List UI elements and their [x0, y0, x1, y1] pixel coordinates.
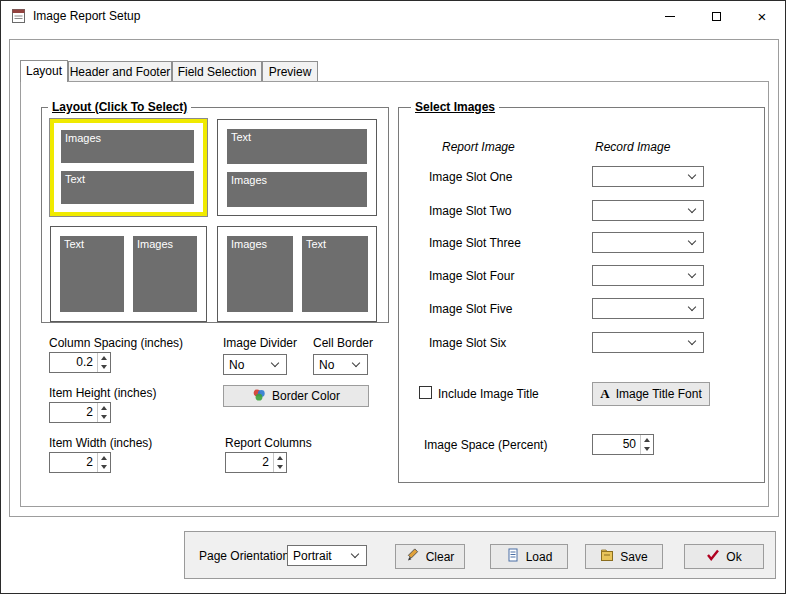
- layout-block-label: Images: [61, 130, 194, 163]
- font-icon: A: [600, 386, 609, 402]
- image-slot-six-label: Image Slot Six: [429, 336, 506, 350]
- layout-block-label: Text: [60, 236, 124, 312]
- layout-group-title: Layout (Click To Select): [48, 100, 191, 114]
- tab-layout-label: Layout: [26, 64, 62, 78]
- image-slot-three-label: Image Slot Three: [429, 236, 521, 250]
- ok-button-label: Ok: [726, 550, 741, 564]
- select-images-group-title: Select Images: [411, 100, 499, 114]
- chevron-down-icon: [688, 171, 696, 179]
- item-width-stepper[interactable]: 2: [49, 452, 111, 473]
- titlebar[interactable]: Image Report Setup ×: [1, 1, 785, 31]
- record-image-header: Record Image: [595, 140, 670, 154]
- load-button-label: Load: [526, 550, 553, 564]
- spin-up-button[interactable]: [98, 353, 110, 363]
- color-palette-icon: [252, 388, 266, 405]
- pencil-eraser-icon: [406, 548, 420, 565]
- column-spacing-stepper[interactable]: 0.2: [49, 352, 111, 373]
- image-slot-three-select[interactable]: [592, 232, 704, 253]
- clear-button[interactable]: Clear: [395, 544, 465, 569]
- spin-down-icon: [101, 415, 107, 419]
- spin-up-button[interactable]: [98, 453, 110, 463]
- image-report-setup-window: Image Report Setup × Layout Header and F…: [0, 0, 786, 594]
- tab-header-and-footer[interactable]: Header and Footer: [68, 61, 172, 81]
- image-space-stepper[interactable]: 50: [592, 434, 654, 455]
- layout-option-text-over-images[interactable]: Text Images: [217, 119, 377, 216]
- spin-up-icon: [101, 406, 107, 410]
- image-space-label: Image Space (Percent): [424, 438, 547, 452]
- close-button[interactable]: ×: [739, 1, 785, 31]
- report-columns-label: Report Columns: [225, 436, 312, 450]
- page-orientation-select[interactable]: Portrait: [287, 545, 367, 566]
- page-orientation-value: Portrait: [293, 549, 332, 563]
- tab-preview-label: Preview: [269, 65, 312, 79]
- item-height-stepper[interactable]: 2: [49, 402, 111, 423]
- layout-block-label: Images: [227, 172, 367, 207]
- spin-down-button[interactable]: [98, 463, 110, 473]
- item-width-value: 2: [50, 453, 97, 472]
- layout-groupbox: Layout (Click To Select) Images Text Tex…: [41, 107, 389, 323]
- item-height-value: 2: [50, 403, 97, 422]
- spin-down-button[interactable]: [641, 445, 653, 455]
- spin-down-icon: [644, 447, 650, 451]
- stepper-buttons: [640, 435, 653, 454]
- spin-down-button[interactable]: [98, 363, 110, 373]
- spin-up-icon: [101, 456, 107, 460]
- layout-block-label: Images: [227, 236, 293, 312]
- ok-button[interactable]: Ok: [684, 544, 764, 569]
- border-color-button[interactable]: Border Color: [223, 385, 369, 407]
- maximize-icon: [712, 12, 721, 21]
- image-slot-four-select[interactable]: [592, 265, 704, 286]
- spin-down-button[interactable]: [98, 413, 110, 423]
- spin-up-button[interactable]: [274, 453, 286, 463]
- page-orientation-label: Page Orientation: [199, 549, 289, 563]
- chevron-down-icon: [351, 550, 359, 558]
- cell-border-select[interactable]: No: [313, 354, 368, 375]
- tab-preview[interactable]: Preview: [262, 61, 318, 81]
- cell-border-label: Cell Border: [313, 336, 373, 350]
- spin-up-button[interactable]: [98, 403, 110, 413]
- maximize-button[interactable]: [693, 1, 739, 31]
- check-icon: [706, 549, 720, 564]
- save-button[interactable]: Save: [585, 544, 663, 569]
- save-disk-icon: [600, 548, 614, 565]
- image-slot-six-select[interactable]: [592, 332, 704, 353]
- layout-option-images-beside-text[interactable]: Images Text: [217, 226, 377, 322]
- spin-up-button[interactable]: [641, 435, 653, 445]
- tab-layout[interactable]: Layout: [20, 60, 68, 82]
- column-spacing-value: 0.2: [50, 353, 97, 372]
- chevron-down-icon: [352, 359, 360, 367]
- layout-block-label: Text: [302, 236, 368, 312]
- document-icon: [506, 548, 520, 565]
- border-color-button-label: Border Color: [272, 389, 340, 403]
- layout-option-text-beside-images[interactable]: Text Images: [50, 226, 207, 322]
- tab-field-selection[interactable]: Field Selection: [172, 61, 262, 81]
- select-images-groupbox: Select Images Report Image Record Image …: [398, 107, 765, 483]
- load-button[interactable]: Load: [490, 544, 568, 569]
- image-divider-select[interactable]: No: [223, 354, 287, 375]
- spin-up-icon: [277, 456, 283, 460]
- include-image-title-label: Include Image Title: [438, 387, 539, 401]
- include-image-title-checkbox[interactable]: [419, 386, 432, 399]
- main-panel: Layout Header and Footer Field Selection…: [9, 39, 779, 517]
- chevron-down-icon: [688, 237, 696, 245]
- image-slot-two-select[interactable]: [592, 200, 704, 221]
- tab-header-and-footer-label: Header and Footer: [70, 65, 171, 79]
- minimize-button[interactable]: [647, 1, 693, 31]
- image-slot-one-select[interactable]: [592, 166, 704, 187]
- report-columns-stepper[interactable]: 2: [225, 452, 287, 473]
- chevron-down-icon: [688, 270, 696, 278]
- layout-tab-panel: Layout (Click To Select) Images Text Tex…: [20, 81, 769, 507]
- layout-block-label: Images: [133, 236, 197, 312]
- image-divider-label: Image Divider: [223, 336, 297, 350]
- image-divider-value: No: [229, 358, 244, 372]
- stepper-buttons: [97, 453, 110, 472]
- column-spacing-label: Column Spacing (inches): [49, 336, 183, 350]
- chevron-down-icon: [688, 205, 696, 213]
- spin-down-button[interactable]: [274, 463, 286, 473]
- spin-up-icon: [644, 438, 650, 442]
- image-slot-four-label: Image Slot Four: [429, 269, 514, 283]
- image-slot-one-label: Image Slot One: [429, 170, 512, 184]
- image-title-font-button[interactable]: A Image Title Font: [592, 382, 710, 406]
- image-slot-five-select[interactable]: [592, 298, 704, 319]
- layout-option-images-over-text[interactable]: Images Text: [50, 119, 207, 216]
